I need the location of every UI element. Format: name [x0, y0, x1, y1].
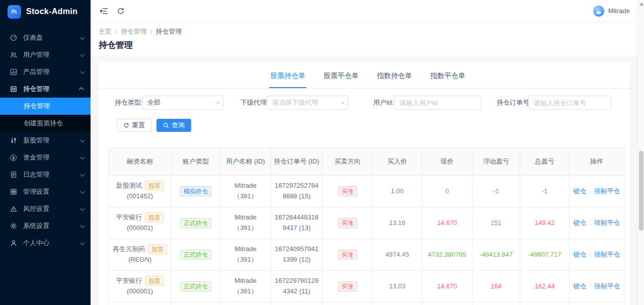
scrollbar-up-arrow[interactable] — [639, 3, 643, 6]
submenu-item-create-stock-position[interactable]: 创建股票持仓 — [0, 115, 91, 132]
submenu-item-position-management[interactable]: 持仓管理 — [0, 98, 91, 115]
order-no-input[interactable] — [528, 96, 611, 110]
force-close-link[interactable]: 强制平仓 — [594, 282, 620, 290]
user-cell: Mitrade（391） — [220, 207, 271, 239]
tab-stock-closed[interactable]: 股票平仓单 — [323, 71, 360, 88]
stock-tag: 股票 — [145, 276, 164, 286]
sidebar-item-system-settings[interactable]: 系统设置 — [0, 217, 91, 235]
direction-tag: 买涨 — [338, 250, 357, 260]
order-no-label: 持仓订单号: — [497, 96, 531, 110]
table-row: 再生元制药股票(REGN) 正式持仓 Mitrade（391） 16724095… — [109, 239, 624, 271]
lock-position-link[interactable]: 锁仓 — [574, 282, 587, 290]
filter-bar: 持仓类型: 全部 下级代理: 请选择下级代理 用户Id: 持仓订单号: — [99, 96, 630, 110]
current-price-cell: 14.670 — [422, 271, 472, 302]
force-close-link[interactable]: 强制平仓 — [594, 251, 620, 258]
scrollbar-thumb[interactable] — [639, 151, 643, 231]
current-price-cell: 14.670 — [422, 207, 472, 239]
stock-name: 平安银行 — [116, 213, 142, 221]
log-icon — [10, 171, 17, 179]
collapse-sidebar-icon[interactable] — [99, 6, 109, 16]
stock-tag: 股票 — [148, 244, 167, 254]
search-button[interactable]: 查询 — [156, 119, 191, 132]
user-id-input[interactable] — [394, 96, 481, 110]
refresh-icon[interactable] — [116, 6, 126, 16]
col-total-pl: 总盈亏 — [520, 148, 570, 176]
action-divider — [590, 283, 591, 289]
chevron-down-icon — [80, 52, 85, 57]
reset-icon — [123, 122, 129, 128]
agent-select[interactable]: 请选择下级代理 — [267, 96, 348, 110]
user-cell: Mitrade（391） — [220, 176, 271, 207]
user-id-label: 用户Id: — [373, 96, 393, 110]
buy-price-cell: 13.16 — [373, 207, 422, 239]
tab-bar: 股票持仓单 股票平仓单 指数持仓单 指数平仓单 — [99, 62, 630, 89]
col-current-price: 现价 — [422, 148, 472, 176]
sidebar-item-risk-settings[interactable]: 风控设置 — [0, 200, 91, 217]
sidebar-item-products[interactable]: 产品管理 — [0, 63, 91, 81]
sidebar-item-funds[interactable]: $ 资金管理 — [0, 149, 91, 166]
total-pl-cell: -49607.717 — [520, 239, 570, 271]
sidebar-item-users[interactable]: 用户管理 — [0, 46, 91, 63]
page-scrollbar[interactable] — [637, 0, 644, 305]
col-account-type: 账户类型 — [172, 148, 220, 176]
tab-index-positions[interactable]: 指数持仓单 — [376, 71, 413, 88]
user-cell: Mitrade（391） — [220, 239, 271, 271]
lock-position-link[interactable]: 锁仓 — [574, 251, 587, 258]
tab-index-closed[interactable]: 指数平仓单 — [429, 71, 466, 88]
account-type-tag: 模拟持仓 — [180, 186, 211, 196]
chevron-down-icon — [80, 35, 85, 40]
page-header: Mitrade 主页/持仓管理/持仓管理 持仓管理 — [91, 0, 644, 55]
lock-position-link[interactable]: 锁仓 — [574, 187, 587, 195]
table-row: 平安银行股票(000001) 正式持仓 Mitrade（391） 1672644… — [109, 207, 624, 239]
bar-chart-icon — [10, 68, 17, 76]
filter-actions: 重置 查询 — [117, 119, 191, 132]
order-no-cell: 1672297901294342 (11) — [275, 277, 318, 295]
float-pl-cell: -1 — [472, 176, 520, 207]
total-pl-cell: -1 — [520, 176, 570, 207]
order-no-cell: 1672972527848688 (15) — [275, 182, 318, 200]
app-logo[interactable]: Stock-Admin — [0, 0, 91, 23]
breadcrumb-separator: / — [115, 28, 117, 35]
users-icon — [10, 51, 17, 59]
table-row: 新股测试股票(001452) 模拟持仓 Mitrade（391） 1672972… — [109, 176, 624, 207]
user-menu[interactable]: Mitrade — [593, 6, 630, 17]
sidebar-item-profile[interactable]: 个人中心 — [0, 235, 91, 252]
breadcrumb-positions[interactable]: 持仓管理 — [121, 28, 147, 35]
force-close-link[interactable]: 强制平仓 — [594, 219, 620, 226]
tab-stock-positions[interactable]: 股票持仓单 — [269, 71, 306, 88]
money-icon: $ — [10, 154, 17, 162]
stock-name: 再生元制药 — [113, 245, 145, 253]
chevron-down-icon — [80, 189, 85, 194]
float-pl-cell: -48413.847 — [472, 239, 520, 271]
sidebar-item-positions[interactable]: 持仓管理 — [0, 81, 91, 98]
brand-icon — [8, 5, 21, 19]
sidebar-item-logs[interactable]: 日志管理 — [0, 166, 91, 183]
table-row-partial — [109, 302, 624, 305]
avatar — [593, 6, 604, 17]
dashboard-icon — [10, 34, 17, 42]
stock-code: (REGN) — [128, 256, 151, 263]
position-type-label: 持仓类型: — [115, 96, 143, 110]
warning-triangle-icon — [10, 205, 17, 213]
breadcrumb-separator: / — [150, 28, 152, 35]
chevron-down-icon — [80, 206, 85, 211]
search-icon — [163, 122, 169, 128]
reset-button[interactable]: 重置 — [117, 119, 151, 132]
position-type-select[interactable]: 全部 — [142, 96, 223, 110]
float-pl-cell: 151 — [472, 207, 520, 239]
stock-code: (000001) — [127, 224, 153, 232]
force-close-link[interactable]: 强制平仓 — [594, 187, 620, 195]
lock-position-link[interactable]: 锁仓 — [574, 219, 587, 226]
sidebar-item-admin-settings[interactable]: 管理设置 — [0, 183, 91, 200]
table-row: 平安银行股票(000001) 正式持仓 Mitrade（391） 1672297… — [109, 271, 624, 302]
user-cell: Mitrade（391） — [220, 271, 271, 302]
sidebar-item-dashboard[interactable]: 仪表盘 — [0, 29, 91, 46]
positions-table: 融资名称 账户类型 用户名称 (ID) 持仓订单号 (ID) 买卖方向 买入价 … — [108, 147, 624, 305]
col-direction: 买卖方向 — [323, 148, 373, 176]
content-card: 股票持仓单 股票平仓单 指数持仓单 指数平仓单 持仓类型: 全部 下级代理: 请… — [99, 62, 630, 305]
breadcrumb-home[interactable]: 主页 — [99, 28, 112, 35]
sidebar-item-new-stocks[interactable]: 新股管理 — [0, 132, 91, 149]
chevron-down-icon — [80, 172, 85, 177]
chevron-down-icon — [80, 155, 85, 160]
buy-price-cell: 1.00 — [373, 176, 422, 207]
